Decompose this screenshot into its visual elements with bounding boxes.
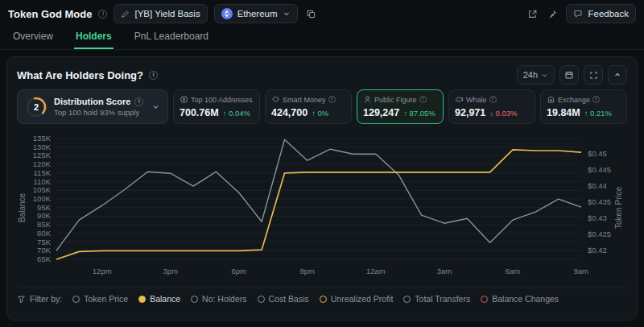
info-icon	[592, 96, 600, 103]
ethereum-icon	[221, 8, 233, 19]
left-axis-label: Balance	[17, 130, 27, 285]
pin-icon	[547, 9, 558, 19]
share-icon	[527, 9, 538, 19]
tab-holders[interactable]: Holders	[74, 27, 114, 49]
pin-button[interactable]	[546, 7, 559, 21]
svg-text:12pm: 12pm	[93, 267, 112, 275]
svg-text:105K: 105K	[33, 185, 52, 194]
svg-text:$0.425: $0.425	[588, 230, 611, 238]
money-icon	[271, 95, 280, 104]
radio-icon	[191, 296, 198, 303]
panel-title: What Are Holders Doing?	[17, 69, 143, 81]
filter-label: Cost Basis	[269, 294, 309, 304]
stat-card-public-figure[interactable]: Public Figure129,247↑ 87.05%	[357, 89, 444, 124]
svg-text:9am: 9am	[574, 267, 589, 275]
feedback-label: Feedback	[588, 9, 629, 19]
copy-button[interactable]	[304, 7, 318, 21]
distribution-subtitle: Top 100 hold 93% supply	[54, 108, 145, 117]
stat-card-change: ↑ 0.21%	[584, 109, 612, 118]
filter-bar: Filter by: Token PriceBalanceNo: Holders…	[17, 288, 627, 304]
svg-text:12am: 12am	[366, 267, 386, 275]
holders-balance-chart[interactable]: 65K70K75K80K85K90K95K100K105K110K115K120…	[27, 130, 613, 285]
filter-label: Total Transfers	[415, 294, 470, 304]
svg-text:6am: 6am	[506, 267, 521, 275]
filter-unrealized-profit[interactable]: Unrealized Profit	[320, 294, 394, 304]
chain-selector[interactable]: Ethereum	[214, 4, 298, 23]
stat-card-smart-money[interactable]: Smart Money424,700↑ 0%	[265, 89, 352, 124]
top-bar: Token God Mode [YB] Yield Basis Ethereum…	[0, 0, 644, 27]
info-icon	[328, 96, 336, 103]
person-icon	[363, 95, 372, 104]
info-icon	[419, 96, 427, 103]
svg-text:80K: 80K	[37, 229, 52, 238]
funnel-icon	[17, 295, 26, 304]
svg-text:135K: 135K	[33, 134, 52, 143]
timeframe-selector[interactable]: 24h	[517, 65, 555, 85]
chevron-down-icon	[541, 72, 548, 79]
radio-icon	[72, 296, 80, 303]
chevron-up-icon	[613, 71, 621, 79]
filter-by-label: Filter by:	[30, 294, 62, 304]
filter-balance[interactable]: Balance	[138, 294, 180, 304]
filter-no-holders[interactable]: No: Holders	[191, 294, 246, 304]
stat-card-whale[interactable]: Whale92,971↓ 0.03%	[448, 89, 535, 124]
distribution-score-card[interactable]: 2 Distribution Score Top 100 hold 93% su…	[17, 89, 168, 124]
svg-text:9pm: 9pm	[300, 267, 316, 275]
chat-icon	[573, 9, 583, 19]
svg-text:$0.435: $0.435	[588, 197, 611, 206]
chevron-down-icon	[151, 102, 160, 111]
stat-card-exchange[interactable]: Exchange19.84M↑ 0.21%	[540, 89, 627, 124]
filter-label: Token Price	[84, 294, 128, 304]
timeframe-value: 24h	[523, 70, 538, 80]
filter-cost-basis[interactable]: Cost Basis	[258, 294, 309, 304]
expand-button[interactable]	[584, 65, 603, 85]
bank-icon	[547, 95, 555, 104]
filter-total-transfers[interactable]: Total Transfers	[403, 294, 470, 304]
share-button[interactable]	[526, 7, 539, 21]
holders-panel: What Are Holders Doing? 24h 2	[6, 56, 638, 321]
feedback-button[interactable]: Feedback	[566, 4, 636, 23]
svg-text:130K: 130K	[33, 143, 52, 151]
filter-label: Unrealized Profit	[331, 294, 394, 304]
info-icon[interactable]	[98, 10, 107, 19]
radio-icon	[138, 296, 146, 303]
token-selector[interactable]: [YB] Yield Basis	[114, 4, 207, 23]
token-name: [YB] Yield Basis	[134, 9, 200, 19]
filter-label: Balance	[150, 294, 180, 304]
tab-pnl-leaderboard[interactable]: PnL Leaderboard	[133, 27, 210, 49]
svg-text:3am: 3am	[437, 267, 452, 275]
svg-text:$0.445: $0.445	[588, 165, 611, 174]
svg-text:$0.45: $0.45	[588, 149, 607, 158]
copy-icon	[306, 9, 316, 19]
info-icon[interactable]	[149, 71, 158, 80]
radio-icon	[320, 296, 327, 303]
info-icon	[489, 96, 497, 103]
stat-card-label: Whale	[466, 96, 487, 104]
stat-card-value: 424,700	[271, 107, 308, 118]
calendar-icon	[564, 70, 574, 80]
stat-card-value: 129,247	[363, 107, 399, 118]
svg-text:70K: 70K	[37, 246, 52, 255]
chevron-down-icon	[283, 10, 291, 18]
stat-card-label: Public Figure	[374, 96, 417, 104]
svg-text:110K: 110K	[34, 177, 52, 186]
calendar-button[interactable]	[559, 65, 579, 85]
right-axis-label: Token Price	[613, 130, 624, 285]
filter-balance-changes[interactable]: Balance Changes	[481, 294, 559, 304]
stat-card-change: ↑ 0.04%	[223, 109, 250, 118]
info-icon	[134, 97, 143, 106]
stat-card-value: 92,971	[455, 107, 485, 118]
svg-text:100K: 100K	[33, 194, 52, 203]
svg-text:$0.44: $0.44	[588, 181, 607, 190]
coins-icon	[180, 95, 188, 104]
main-tabs: Overview Holders PnL Leaderboard	[0, 27, 644, 50]
filter-token-price[interactable]: Token Price	[72, 294, 128, 304]
tab-overview[interactable]: Overview	[11, 27, 55, 49]
svg-text:125K: 125K	[33, 151, 52, 159]
score-ring-icon: 2	[25, 96, 47, 118]
stat-card-top-100-addresses[interactable]: Top 100 Addresses700.76M↑ 0.04%	[173, 89, 260, 124]
filter-label: No: Holders	[202, 294, 246, 304]
chain-name: Ethereum	[237, 9, 278, 19]
filter-options: Token PriceBalanceNo: HoldersCost BasisU…	[72, 294, 559, 304]
collapse-button[interactable]	[608, 65, 627, 85]
